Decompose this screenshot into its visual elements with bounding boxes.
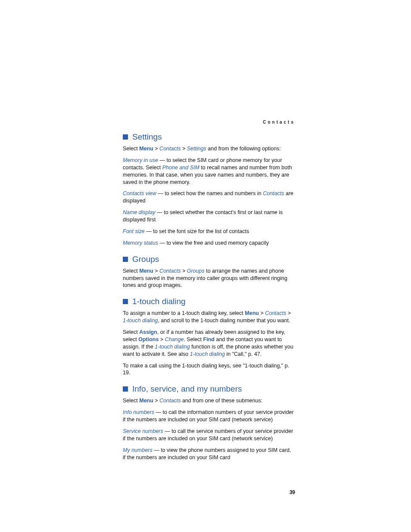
- font-size-label[interactable]: Font size: [123, 228, 145, 234]
- name-display: Name display — to select whether the con…: [123, 209, 295, 224]
- page-content: Contacts Settings Select Menu > Contacts…: [123, 120, 295, 465]
- menu-link[interactable]: Menu: [139, 146, 153, 152]
- memory-status-label[interactable]: Memory status: [123, 240, 158, 246]
- assign-link[interactable]: Assign: [139, 329, 157, 335]
- info-numbers-label[interactable]: Info numbers: [123, 409, 154, 415]
- my-numbers: My numbers — to view the phone numbers a…: [123, 447, 295, 461]
- heading-groups: Groups: [123, 255, 295, 264]
- memory-in-use-label[interactable]: Memory in use: [123, 157, 158, 163]
- groups-body: Select Menu > Contacts > Groups to arran…: [123, 268, 295, 289]
- heading-settings: Settings: [123, 132, 295, 142]
- options-link[interactable]: Options: [138, 336, 159, 342]
- contacts-link[interactable]: Contacts: [159, 398, 181, 404]
- contacts-link[interactable]: Contacts: [159, 146, 181, 152]
- heading-one-touch: 1-touch dialing: [123, 297, 295, 306]
- square-bullet-icon: [123, 257, 128, 262]
- settings-link[interactable]: Settings: [187, 146, 206, 152]
- info-numbers: Info numbers — to call the information n…: [123, 409, 295, 423]
- memory-in-use: Memory in use — to select the SIM card o…: [123, 157, 295, 186]
- running-header: Contacts: [123, 120, 295, 124]
- contacts-link[interactable]: Contacts: [263, 190, 284, 196]
- square-bullet-icon: [123, 134, 128, 140]
- menu-link[interactable]: Menu: [139, 398, 153, 404]
- heading-text: 1-touch dialing: [132, 297, 186, 306]
- groups-link[interactable]: Groups: [187, 268, 205, 274]
- square-bullet-icon: [123, 386, 128, 392]
- find-link[interactable]: Find: [203, 336, 215, 342]
- menu-link[interactable]: Menu: [245, 310, 259, 316]
- heading-text: Info, service, and my numbers: [132, 384, 242, 394]
- change-link[interactable]: Change: [165, 336, 184, 342]
- heading-text: Settings: [132, 132, 162, 142]
- heading-info: Info, service, and my numbers: [123, 384, 295, 394]
- contacts-link[interactable]: Contacts: [265, 310, 286, 316]
- heading-text: Groups: [132, 255, 159, 264]
- name-display-label[interactable]: Name display: [123, 209, 156, 215]
- one-touch-link[interactable]: 1-touch dialing: [155, 344, 190, 350]
- one-touch-link[interactable]: 1-touch dialing: [123, 317, 158, 324]
- service-numbers-label[interactable]: Service numbers: [123, 428, 163, 434]
- one-touch-p2: Select Assign, or if a number has alread…: [123, 329, 295, 358]
- contacts-view-label[interactable]: Contacts view: [123, 190, 156, 196]
- my-numbers-label[interactable]: My numbers: [123, 447, 153, 453]
- contacts-link[interactable]: Contacts: [159, 268, 181, 274]
- contacts-view: Contacts view — to select how the names …: [123, 190, 295, 205]
- one-touch-p3: To make a call using the 1-touch dialing…: [123, 362, 295, 377]
- one-touch-link[interactable]: 1-touch dialing: [190, 351, 225, 357]
- memory-status: Memory status — to view the free and use…: [123, 240, 295, 247]
- page-number: 39: [290, 489, 295, 495]
- settings-intro: Select Menu > Contacts > Settings and fr…: [123, 145, 295, 152]
- service-numbers: Service numbers — to call the service nu…: [123, 428, 295, 442]
- square-bullet-icon: [123, 299, 128, 304]
- one-touch-p1: To assign a number to a 1-touch dialing …: [123, 310, 295, 324]
- info-intro: Select Menu > Contacts and from one of t…: [123, 397, 295, 404]
- phone-and-sim-link[interactable]: Phone and SIM: [162, 165, 199, 171]
- font-size: Font size — to set the font size for the…: [123, 228, 295, 235]
- menu-link[interactable]: Menu: [139, 268, 153, 274]
